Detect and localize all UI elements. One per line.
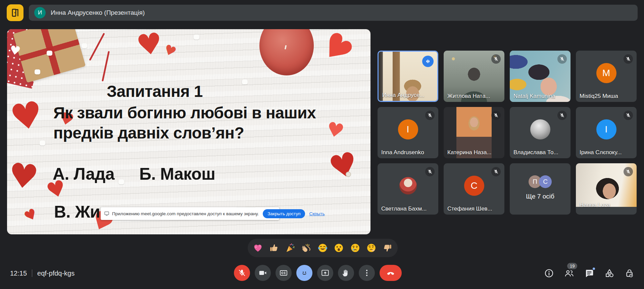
shared-screen-presentation[interactable]: Запитання 1 Як звали богиню любові в наш… [7, 29, 370, 234]
reactions-bar [248, 239, 398, 257]
avatar: С [464, 176, 484, 196]
meeting-info: 12:15 eqf-pfdq-kgs [10, 268, 75, 278]
participant-tile[interactable]: Владислава То... [510, 107, 571, 158]
reaction-crying-icon[interactable] [350, 243, 360, 253]
overflow-count-label: Ще 7 осіб [510, 193, 571, 200]
screen-share-message: Приложению meet.google.com предоставлен … [112, 211, 259, 216]
heart-decoration [325, 119, 346, 141]
participant-tile[interactable]: Житлова Ната... [444, 51, 504, 102]
mic-muted-icon [425, 111, 435, 120]
participant-tile[interactable]: Катерина Наза... [444, 107, 504, 158]
participant-name: Светлана Бахм... [381, 206, 427, 212]
hide-notification-link[interactable]: Скрыть [309, 211, 325, 216]
mic-off-icon [238, 269, 246, 277]
presentation-title-bar[interactable]: И Инна Андрусенко (Презентація) [29, 5, 638, 21]
participant-tile[interactable]: Natalj Kamunina [510, 51, 571, 102]
meeting-details-button[interactable] [544, 268, 554, 278]
smiley-icon [300, 269, 309, 277]
participant-name: Катерина Наза... [447, 149, 492, 156]
overflow-participants-tile[interactable]: П С Ще 7 осіб [510, 163, 571, 215]
present-screen-button[interactable] [317, 265, 333, 281]
call-end-icon [386, 269, 395, 277]
avatar: I [596, 119, 616, 139]
presentation-title: Инна Андрусенко (Презентація) [51, 9, 145, 16]
reaction-sparkling-heart-icon[interactable] [253, 243, 263, 253]
participant-tile[interactable]: Светлана Бахм... [378, 163, 438, 215]
participant-name: Стефания Шев... [447, 206, 492, 212]
divider [32, 270, 32, 277]
mic-muted-icon [624, 111, 633, 120]
slide-question-number: Запитання 1 [7, 82, 302, 101]
door-icon [10, 7, 20, 18]
reaction-party-popper-icon[interactable] [285, 243, 296, 253]
hand-icon [342, 269, 350, 277]
marshmallow-decoration [35, 69, 40, 74]
end-call-button[interactable] [380, 265, 402, 281]
participant-name: Mistiq25 Миша [580, 93, 618, 100]
heart-decoration [9, 44, 21, 57]
slide-question-line2: предків давніх слов’ян? [53, 124, 244, 142]
people-icon [564, 268, 574, 278]
reaction-tears-of-joy-icon[interactable] [317, 243, 328, 253]
ribbon-decoration [102, 51, 110, 81]
meeting-code: eqf-pfdq-kgs [37, 270, 75, 277]
chat-panel-button[interactable] [584, 268, 594, 278]
reactions-button[interactable] [296, 265, 312, 281]
button-decoration [346, 172, 351, 177]
mic-muted-icon [425, 167, 435, 176]
heart-decoration [135, 29, 164, 60]
more-vert-icon [362, 269, 371, 277]
participant-tile[interactable]: I Ірина Слєпоку... [576, 107, 637, 158]
reaction-clapping-hands-icon[interactable] [301, 243, 312, 253]
activities-button[interactable] [604, 268, 614, 278]
reaction-astonished-icon[interactable] [334, 243, 344, 253]
captions-button[interactable] [276, 265, 292, 281]
chat-unread-dot [592, 267, 596, 271]
host-controls-button[interactable] [625, 268, 635, 278]
lock-icon [625, 268, 635, 278]
present-icon [321, 269, 330, 277]
avatar: I [398, 119, 418, 139]
heart-decoration [314, 29, 359, 71]
participant-tile[interactable]: I Inna Andrusenko [378, 107, 438, 158]
participant-name: Hanna Loza [580, 202, 610, 209]
equalizer-icon [424, 58, 432, 65]
reaction-thumbs-down-icon[interactable] [382, 243, 393, 253]
avatar: С [539, 175, 552, 188]
clock-time: 12:15 [10, 270, 27, 277]
reaction-thumbs-up-icon[interactable] [269, 243, 279, 253]
participant-count-badge: 19 [567, 263, 577, 269]
participant-name: Inna Andrusenko [381, 149, 424, 156]
heart-decoration [7, 96, 46, 137]
avatar [530, 119, 550, 139]
mic-muted-icon [491, 54, 501, 64]
stop-sharing-button[interactable]: Закрыть доступ [263, 209, 305, 218]
avatar: M [596, 63, 616, 83]
meeting-panels-bar: 19 [544, 268, 635, 278]
call-controls [234, 265, 402, 281]
participant-name: Инна Андрусе... [382, 92, 425, 99]
mic-muted-icon [557, 111, 567, 120]
mic-muted-icon [624, 54, 633, 64]
more-options-button[interactable] [359, 265, 375, 281]
reaction-thinking-icon[interactable] [366, 243, 377, 253]
camera-button[interactable] [255, 265, 271, 281]
participants-grid: Инна Андрусе... Житлова Ната... Natalj K… [378, 51, 637, 215]
participant-tile[interactable]: Hanna Loza [576, 163, 637, 215]
audio-activity-indicator [422, 56, 434, 67]
participant-tile[interactable]: Инна Андрусе... [378, 51, 438, 102]
heart-decoration [326, 147, 361, 185]
activities-shapes-icon [604, 268, 614, 278]
participant-tile[interactable]: M Mistiq25 Миша [576, 51, 637, 102]
participant-tile[interactable]: С Стефания Шев... [444, 163, 504, 215]
mic-muted-icon [491, 111, 501, 120]
people-panel-button[interactable]: 19 [564, 268, 574, 278]
participant-name: Житлова Ната... [447, 93, 490, 100]
extension-icon[interactable] [7, 4, 23, 21]
mic-off-button[interactable] [234, 265, 250, 281]
screen-share-notification: Приложению meet.google.com предоставлен … [101, 207, 279, 220]
marshmallow-decoration [40, 140, 45, 146]
slide-question-line1: Як звали богиню любові в наших [53, 104, 316, 122]
raise-hand-button[interactable] [338, 265, 354, 281]
slide-answers-row: А. ЛадаБ. Макош [53, 164, 215, 184]
